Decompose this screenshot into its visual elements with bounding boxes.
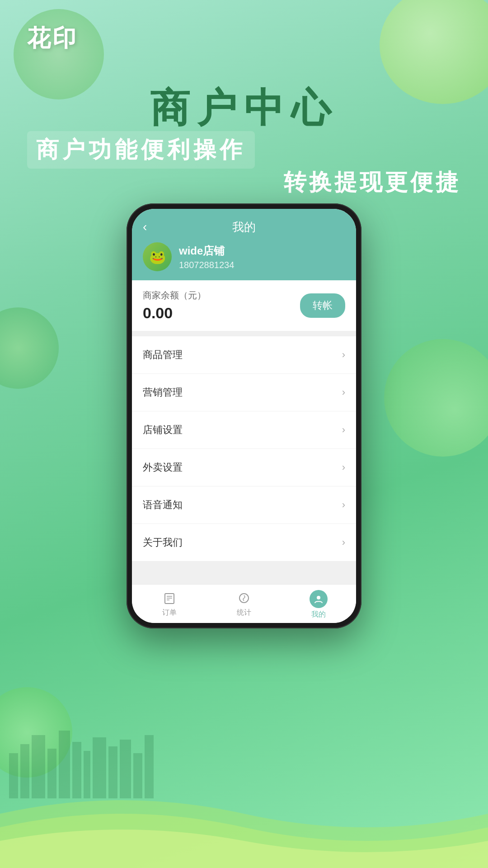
phone-outer: ‹ 我的 🐸 wide店铺 18072881234 商家余额（元） (127, 203, 361, 628)
phone-mockup: ‹ 我的 🐸 wide店铺 18072881234 商家余额（元） (127, 203, 361, 628)
user-name: wide店铺 (179, 244, 234, 258)
user-details: wide店铺 18072881234 (179, 244, 234, 270)
menu-item-label: 语音通知 (143, 498, 183, 512)
menu-item-marketing[interactable]: 营销管理 › (132, 374, 356, 411)
main-title: 商户中心 (0, 81, 488, 135)
order-icon (161, 590, 178, 606)
menu-item-label: 外卖设置 (143, 461, 183, 474)
menu-item-label: 关于我们 (143, 536, 183, 549)
menu-item-delivery-settings[interactable]: 外卖设置 › (132, 449, 356, 486)
transfer-button[interactable]: 转帐 (300, 293, 345, 318)
nav-orders-label: 订单 (162, 608, 177, 618)
nav-stats-label: 统计 (237, 608, 251, 618)
chevron-right-icon: › (342, 462, 345, 473)
menu-list: 商品管理 › 营销管理 › 店铺设置 › 外卖设置 › (132, 336, 356, 561)
menu-item-voice-notify[interactable]: 语音通知 › (132, 486, 356, 524)
chevron-right-icon: › (342, 499, 345, 511)
chevron-right-icon: › (342, 424, 345, 436)
app-logo: 花印 (27, 23, 78, 54)
nav-item-stats[interactable]: 统计 (206, 585, 281, 623)
svg-point-17 (317, 596, 320, 599)
menu-item-product[interactable]: 商品管理 › (132, 336, 356, 374)
nav-profile-label: 我的 (311, 610, 326, 619)
profile-icon-circle (310, 590, 328, 608)
bg-blob-3 (0, 307, 59, 389)
user-info: 🐸 wide店铺 18072881234 (143, 242, 345, 271)
subtitle1: 商户功能便利操作 (27, 131, 255, 169)
avatar: 🐸 (143, 242, 172, 271)
chevron-right-icon: › (342, 537, 345, 548)
nav-item-orders[interactable]: 订单 (132, 585, 206, 623)
balance-label: 商家余额（元） (143, 289, 206, 302)
balance-card: 商家余额（元） 0.00 转帐 (132, 280, 356, 331)
nav-item-profile[interactable]: 我的 (282, 585, 356, 623)
menu-item-label: 商品管理 (143, 348, 183, 362)
phone-inner: ‹ 我的 🐸 wide店铺 18072881234 商家余额（元） (132, 209, 356, 623)
back-button[interactable]: ‹ (143, 220, 147, 234)
phone-content: 商家余额（元） 0.00 转帐 商品管理 › 营销管理 › (132, 280, 356, 584)
balance-amount: 0.00 (143, 304, 206, 322)
menu-item-store-settings[interactable]: 店铺设置 › (132, 411, 356, 449)
balance-left: 商家余额（元） 0.00 (143, 289, 206, 322)
bottom-nav: 订单 统计 (132, 584, 356, 623)
subtitle2: 转换提现更便捷 (284, 167, 461, 198)
header-title: 我的 (232, 219, 256, 235)
phone-header: ‹ 我的 🐸 wide店铺 18072881234 (132, 209, 356, 280)
menu-item-label: 店铺设置 (143, 423, 183, 437)
chevron-right-icon: › (342, 387, 345, 398)
svg-rect-12 (165, 594, 174, 604)
bg-blob-4 (384, 339, 488, 457)
wave-decoration (0, 787, 488, 868)
menu-item-about[interactable]: 关于我们 › (132, 524, 356, 561)
menu-item-label: 营销管理 (143, 386, 183, 399)
stats-icon (236, 590, 252, 606)
chevron-right-icon: › (342, 349, 345, 361)
user-phone: 18072881234 (179, 260, 234, 270)
phone-header-top: ‹ 我的 (143, 220, 345, 234)
